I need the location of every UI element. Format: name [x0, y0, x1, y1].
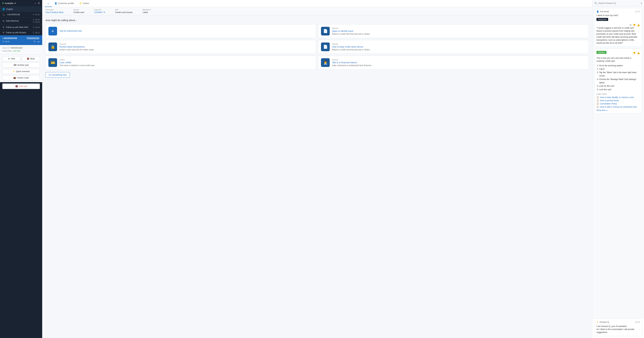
card-title-secure: How to keep credit cards secure [332, 45, 586, 48]
end-call-icon: 📵 [15, 85, 18, 87]
end-call-button[interactable]: 📵 End call [2, 83, 40, 89]
card-financial-advisor[interactable]: 👨‍💼 Service Talk to a Financial Advisor … [318, 56, 589, 69]
doc-icon-richard: ⏸ [2, 31, 4, 34]
mute-button[interactable]: 🔇 Mute [22, 56, 40, 61]
create-task-button[interactable]: 💼 Create a task [2, 75, 40, 80]
amazon-q-panel: 🔍 ▴ 👤 Ana wrote 01:02 I want to lock my … [592, 0, 644, 338]
thumbs-up-solution-button[interactable]: 👍 [637, 52, 640, 54]
call-item-phone[interactable]: 📞 +19145550199 ⏱ 00:10 [0, 12, 42, 17]
copy-icon[interactable]: ⧉ [104, 11, 105, 13]
cases-icon: 📁 [79, 2, 82, 4]
step-3: Tap the "Menu" tab in the lower right ha… [599, 71, 640, 78]
call-times: ⏱ 00:10 [33, 13, 40, 15]
page-body: Ana might be calling about... + Add an a… [42, 15, 592, 338]
card-title-fraud: Stpes to identify fraud [332, 30, 586, 32]
q-search-input[interactable] [598, 2, 640, 4]
card-icon-security: 🔒 [48, 42, 57, 51]
globe-icon: 🌐 [2, 8, 5, 10]
plus-icon: + [52, 28, 54, 34]
call-item-richard[interactable]: ⏸ Follow up with Richard ⏱ 08:12 [0, 30, 42, 35]
copy-response-button[interactable]: ⧉ [630, 23, 632, 26]
step-6: Lock the card [599, 88, 640, 91]
customer-name-value[interactable]: Ana Carolina Silva [46, 11, 64, 13]
tab-home[interactable]: ⌂ [45, 0, 52, 7]
customer-bar: Full name Ana Carolina Silva Queue Credi… [42, 7, 592, 15]
sidebar-header: Available ▾ + ⚙ [0, 0, 42, 6]
doc-icon-nikki: ⏸ [2, 26, 4, 28]
search-icon: 🔍 [594, 2, 597, 4]
numpad-icon: ⌨ [14, 64, 16, 66]
step-4: Choose the "Manage Debit Card Settings" … [599, 78, 640, 84]
learn-more-link-2[interactable]: 📋 How to prevent fraud [596, 99, 640, 102]
customer-caseid-value: 1234567 ⧉ [94, 11, 105, 13]
learn-more-link-1[interactable]: 📋 How to View, Modify, or Cancel a card [596, 96, 640, 99]
something-else-button[interactable]: It's something else [46, 72, 70, 78]
q-search-bar: 🔍 ▴ [592, 0, 644, 6]
q-message-solution: Solution 👎 👍 This is how you can Lock an… [594, 49, 642, 114]
more-button[interactable]: ••• [37, 40, 40, 43]
learn-more-link-4[interactable]: 📋 How to add or remove an authorized use… [596, 106, 640, 108]
settings-button[interactable]: ⚙ [38, 2, 40, 5]
nikki-times: ⏱ 06:43 [33, 26, 40, 28]
add-button[interactable]: + [34, 2, 36, 5]
step-5: Look for the card [599, 84, 640, 88]
article-icon-3: 📋 [596, 103, 599, 105]
status-selector[interactable]: Available ▾ [2, 2, 16, 4]
card-identify-fraud[interactable]: 📄 Articles Stpes to identify fraud Repor… [318, 24, 589, 38]
amazon-q-header: ✦ Amazon Q 00:00 [596, 321, 640, 324]
card-add-authorized[interactable]: + Add an authorized user [46, 24, 316, 38]
tab-cases[interactable]: 📁 Cases [77, 0, 92, 7]
thumbs-down-solution-button[interactable]: 👎 [633, 52, 636, 54]
call-item-nikki[interactable]: ⏸ Follow up with Nikki Wolf ⏱ 06:43 [0, 24, 42, 30]
clock-icon-sofia2: ⏱ [33, 21, 34, 23]
card-category-secure: Articles [332, 43, 586, 45]
show-less-button[interactable]: Show less ▴ [596, 109, 607, 111]
connected-badge: Connected call [26, 37, 40, 39]
q-panel-collapse-button[interactable]: ▴ [641, 2, 642, 4]
amazon-q-intro-message: ✦ Amazon Q 00:00 I am Amazon Q, your AI … [594, 319, 642, 336]
articles-icon-1: 📄 [323, 29, 328, 33]
amazon-q-text: I am Amazon Q, your AI assistant! As I l… [596, 325, 640, 334]
thumbs-up-response-button[interactable]: 👍 [637, 23, 640, 26]
main-content: ⌂ 👤 Customer profile 📁 Cases Full name A… [42, 0, 592, 338]
customer-ivr-value: Credit card issues [115, 11, 132, 13]
learn-more-link-3[interactable]: 📋 Cancellation Policy [596, 103, 640, 105]
quick-connects-button[interactable]: ⚡ Quick connects [2, 69, 40, 74]
card-keep-secure[interactable]: 📄 Articles How to keep credit cards secu… [318, 40, 589, 54]
profile-icon: 👤 [54, 2, 57, 4]
tab-customer-profile[interactable]: 👤 Customer profile [52, 0, 77, 7]
voice-id-row: Voice ID Authenticated [2, 47, 40, 49]
hold-button[interactable]: ⏸ Hold [2, 56, 20, 61]
card-desc-advisor: Help customers to understand their finan… [332, 64, 586, 67]
response-badge: Response [596, 18, 608, 21]
cases-card-icon: 💳 [50, 60, 55, 65]
step-2: Log in [599, 67, 640, 71]
header-icons: + ⚙ [34, 2, 40, 5]
solution-title: This is how you can Lock and Unlock a cu… [596, 56, 640, 63]
active-call-number: +19155550199 [2, 37, 17, 39]
card-transactions[interactable]: 🔒 Security Review latest transactions In… [46, 40, 316, 54]
card-desc-fraud: Report a credit card that was lost or st… [332, 33, 586, 35]
sidebar: Available ▾ + ⚙ 🌐 English 📞 +19145550199… [0, 0, 42, 338]
solution-badge: Solution [596, 51, 606, 54]
voice-id-value: Authenticated [10, 47, 22, 49]
language-selector[interactable]: 🌐 English [0, 6, 42, 12]
connect-icon: ⚡ [12, 70, 15, 73]
card-icon-articles2: 📄 [321, 42, 330, 51]
card-case-14566[interactable]: 💳 Cases Case 14566 This case is related … [46, 56, 316, 69]
card-icon-plus: + [48, 27, 57, 35]
richard-times: ⏱ 08:12 [33, 32, 40, 34]
response-text: "I would suggest a card lock or credit c… [596, 26, 640, 44]
thumbs-down-response-button[interactable]: 👎 [633, 23, 636, 26]
user-icon-ana: 👤 [596, 10, 599, 13]
number-pad-button[interactable]: ⌨ Number pad [2, 63, 40, 68]
refresh-button[interactable]: ↻ [34, 40, 36, 43]
status-indicator [2, 2, 4, 4]
call-item-sofia[interactable]: ⏸ Sofía Martínez ⏱ 06:43 ⏱ 02:10 [0, 17, 42, 24]
doc-icon-sofia: ⏸ [2, 20, 4, 22]
fraud-risk-row: Fraud Risk: Low risk [2, 50, 40, 52]
card-category-transactions: Security [60, 43, 313, 45]
chevron-down-icon: ▾ [14, 2, 16, 4]
fraud-risk-value: Low risk [13, 50, 20, 52]
card-title-transactions: Review latest transactions [60, 45, 313, 48]
